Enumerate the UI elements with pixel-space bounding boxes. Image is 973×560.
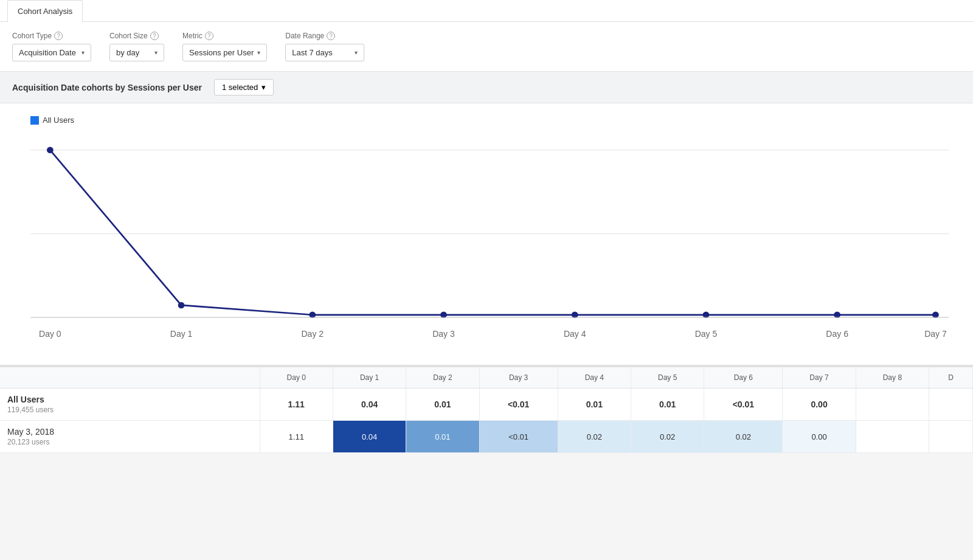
svg-text:Day 0: Day 0 — [39, 329, 61, 339]
table-row-may3: May 3, 2018 20,123 users 1.11 0.04 0.01 … — [0, 421, 973, 453]
line-chart: 1.2 0.6 Day 0 Day 1 Day 2 — [30, 131, 949, 350]
cell-may3-day4: 0.02 — [558, 421, 631, 453]
chart-legend: All Users — [30, 116, 949, 125]
cohort-type-arrow-icon: ▾ — [81, 49, 85, 56]
cell-all-day6: <0.01 — [704, 389, 783, 421]
controls-bar: Cohort Type ? Acquisition Date ▾ Cohort … — [0, 22, 973, 72]
legend-label: All Users — [43, 116, 74, 125]
svg-text:Day 5: Day 5 — [695, 329, 718, 339]
svg-text:Day 4: Day 4 — [564, 329, 586, 339]
cohort-size-label: Cohort Size ? — [109, 32, 164, 40]
tab-bar: Cohort Analysis — [0, 0, 973, 22]
svg-text:Day 3: Day 3 — [432, 329, 455, 339]
col-header-label — [0, 367, 260, 389]
metric-label: Metric ? — [182, 32, 267, 40]
date-range-group: Date Range ? Last 7 days ▾ — [285, 32, 364, 61]
metric-group: Metric ? Sessions per User ▾ — [182, 32, 267, 61]
cell-all-day8 — [856, 389, 929, 421]
col-header-day-more: D — [929, 367, 973, 389]
datapoint-day0 — [47, 147, 54, 153]
cell-may3-day0: 1.11 — [260, 421, 333, 453]
cohort-type-help-icon[interactable]: ? — [54, 32, 63, 40]
date-range-help-icon[interactable]: ? — [327, 32, 335, 40]
metric-dropdown[interactable]: Sessions per User ▾ — [182, 44, 267, 61]
col-header-day4: Day 4 — [558, 367, 631, 389]
cell-may3-day7: 0.00 — [783, 421, 856, 453]
cell-may3-day2: 0.01 — [406, 421, 479, 453]
selected-arrow-icon: ▾ — [261, 83, 266, 92]
cell-may3-day8 — [856, 421, 929, 453]
cell-may3-day5: 0.02 — [631, 421, 704, 453]
chart-header: Acquisition Date cohorts by Sessions per… — [0, 72, 973, 103]
cohort-size-help-icon[interactable]: ? — [150, 32, 159, 40]
col-header-day3: Day 3 — [479, 367, 558, 389]
col-header-day5: Day 5 — [631, 367, 704, 389]
cohort-size-dropdown[interactable]: by day ▾ — [109, 44, 164, 61]
cell-all-daymore — [929, 389, 973, 421]
col-header-day1: Day 1 — [333, 367, 406, 389]
cell-may3-daymore — [929, 421, 973, 453]
legend-color-box — [30, 116, 39, 125]
date-range-dropdown[interactable]: Last 7 days ▾ — [285, 44, 364, 61]
table-row-all-users: All Users 119,455 users 1.11 0.04 0.01 <… — [0, 389, 973, 421]
cell-all-day1: 0.04 — [333, 389, 406, 421]
tab-cohort-analysis[interactable]: Cohort Analysis — [7, 0, 83, 22]
datapoint-day1 — [178, 302, 185, 309]
svg-text:Day 2: Day 2 — [301, 329, 324, 339]
svg-text:Day 1: Day 1 — [170, 329, 193, 339]
col-header-day0: Day 0 — [260, 367, 333, 389]
cohort-table: Day 0 Day 1 Day 2 Day 3 Day 4 Day 5 Day … — [0, 367, 973, 453]
date-range-label: Date Range ? — [285, 32, 364, 40]
col-header-day6: Day 6 — [704, 367, 783, 389]
chart-area: All Users 1.2 0.6 — [0, 103, 973, 365]
cell-all-day3: <0.01 — [479, 389, 558, 421]
cohort-type-dropdown[interactable]: Acquisition Date ▾ — [12, 44, 91, 61]
cell-may3-day1: 0.04 — [333, 421, 406, 453]
cohort-size-group: Cohort Size ? by day ▾ — [109, 32, 164, 61]
cell-all-day0: 1.11 — [260, 389, 333, 421]
svg-text:Day 6: Day 6 — [826, 329, 848, 339]
cell-all-day7: 0.00 — [783, 389, 856, 421]
cell-all-day5: 0.01 — [631, 389, 704, 421]
cohort-type-label: Cohort Type ? — [12, 32, 91, 40]
table-header-row: Day 0 Day 1 Day 2 Day 3 Day 4 Day 5 Day … — [0, 367, 973, 389]
metric-arrow-icon: ▾ — [257, 49, 260, 56]
cell-may3-day6: 0.02 — [704, 421, 783, 453]
chart-section: Acquisition Date cohorts by Sessions per… — [0, 72, 973, 365]
cohort-type-group: Cohort Type ? Acquisition Date ▾ — [12, 32, 91, 61]
table-section: Day 0 Day 1 Day 2 Day 3 Day 4 Day 5 Day … — [0, 365, 973, 453]
row-label-may3: May 3, 2018 20,123 users — [0, 421, 260, 453]
cell-all-day4: 0.01 — [558, 389, 631, 421]
chart-title: Acquisition Date cohorts by Sessions per… — [12, 83, 202, 92]
cohort-size-arrow-icon: ▾ — [154, 49, 158, 56]
cell-all-day2: 0.01 — [406, 389, 479, 421]
col-header-day8: Day 8 — [856, 367, 929, 389]
cell-may3-day3: <0.01 — [479, 421, 558, 453]
col-header-day2: Day 2 — [406, 367, 479, 389]
date-range-arrow-icon: ▾ — [355, 49, 358, 56]
metric-help-icon[interactable]: ? — [205, 32, 213, 40]
svg-text:Day 7: Day 7 — [924, 329, 947, 339]
row-label-all-users: All Users 119,455 users — [0, 389, 260, 421]
col-header-day7: Day 7 — [783, 367, 856, 389]
selected-dropdown[interactable]: 1 selected ▾ — [214, 79, 274, 95]
